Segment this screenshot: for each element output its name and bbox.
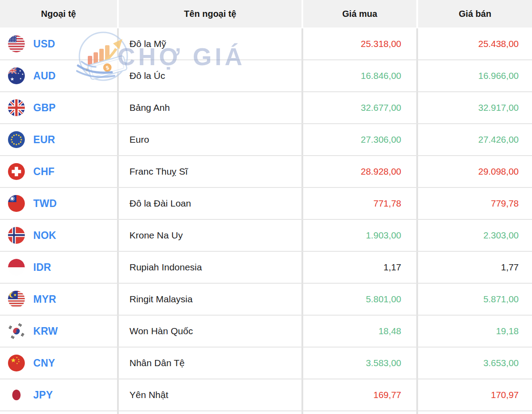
- sell-price: 25.438,00: [418, 28, 532, 59]
- buy-price: 16.846,00: [303, 60, 416, 91]
- currency-row-gbp[interactable]: GBPBảng Anh32.677,0032.917,00: [0, 92, 532, 124]
- currency-row-twd[interactable]: TWDĐô la Đài Loan771,78779,78: [0, 188, 532, 220]
- currency-name: Đô la Đài Loan: [119, 188, 301, 219]
- currency-code-link[interactable]: KRW: [33, 325, 58, 337]
- buy-price: 3.583,00: [303, 348, 416, 379]
- currency-code-link[interactable]: GBP: [33, 102, 56, 114]
- currency-name: Ringit Malaysia: [119, 284, 301, 315]
- sell-price: 779,78: [418, 188, 532, 219]
- currency-name: Bảng Anh: [119, 92, 301, 123]
- norway-flag-icon: [8, 227, 25, 244]
- currency-row-aud[interactable]: AUDĐô la Úc16.846,0016.966,00: [0, 60, 532, 92]
- south-korea-flag-icon: [8, 323, 25, 340]
- exchange-rate-table: $ CHỢ GIÁ USDĐô la Mỹ25.318,0025.438,00A…: [0, 28, 532, 414]
- currency-row-idr[interactable]: IDRRupiah Indonesia1,171,77: [0, 252, 532, 284]
- uk-flag-icon: [8, 99, 25, 116]
- buy-price: 18,48: [303, 316, 416, 347]
- table-header: Ngoại tệ Tên ngoại tệ Giá mua Giá bán: [0, 0, 532, 27]
- japan-flag-icon: [8, 387, 25, 403]
- currency-code-link[interactable]: AUD: [33, 70, 56, 82]
- currency-row-jpy[interactable]: JPYYên Nhật169,77170,97: [0, 379, 532, 411]
- buy-price: 771,78: [303, 188, 416, 219]
- currency-name: Đô la Mỹ: [119, 28, 301, 59]
- currency-row-nok[interactable]: NOKKrone Na Uy1.903,002.303,00: [0, 220, 532, 252]
- currency-code-link[interactable]: MYR: [33, 293, 56, 305]
- currency-code-link[interactable]: TWD: [33, 198, 57, 210]
- currency-name: Won Hàn Quốc: [119, 316, 301, 347]
- sell-price: 1,77: [418, 252, 532, 283]
- currency-code-link[interactable]: USD: [33, 38, 55, 50]
- sell-price: 2.303,00: [418, 220, 532, 251]
- buy-price: 5.801,00: [303, 284, 416, 315]
- switzerland-flag-icon: [8, 163, 25, 180]
- currency-name: Euro: [119, 124, 301, 155]
- sell-price: 32.917,00: [418, 92, 532, 123]
- malaysia-flag-icon: [8, 291, 25, 308]
- indonesia-flag-icon: [8, 259, 25, 276]
- sell-price: 3.653,00: [418, 348, 532, 379]
- sell-price: 19,18: [418, 316, 532, 347]
- header-currency: Ngoại tệ: [0, 0, 117, 27]
- sell-price: 170,97: [418, 379, 532, 410]
- header-currency-name: Tên ngoại tệ: [119, 0, 301, 27]
- sell-price: 27.426,00: [418, 124, 532, 155]
- eu-flag-icon: [8, 131, 25, 148]
- currency-code-link[interactable]: CNY: [33, 357, 55, 369]
- buy-price: 1,17: [303, 252, 416, 283]
- buy-price: 1.903,00: [303, 220, 416, 251]
- currency-rows: USDĐô la Mỹ25.318,0025.438,00AUDĐô la Úc…: [0, 28, 532, 411]
- currency-name: Yên Nhật: [119, 379, 301, 410]
- currency-name: Đô la Úc: [119, 60, 301, 91]
- australia-flag-icon: [8, 67, 25, 84]
- usa-flag-icon: [8, 35, 25, 52]
- currency-code-link[interactable]: IDR: [33, 262, 51, 273]
- currency-code-link[interactable]: JPY: [33, 389, 53, 401]
- currency-name: Franc Thuỵ Sĩ: [119, 156, 301, 187]
- sell-price: 29.098,00: [418, 156, 532, 187]
- currency-name: Krone Na Uy: [119, 220, 301, 251]
- buy-price: 32.677,00: [303, 92, 416, 123]
- china-flag-icon: [8, 355, 25, 371]
- buy-price: 28.928,00: [303, 156, 416, 187]
- sell-price: 5.871,00: [418, 284, 532, 315]
- taiwan-flag-icon: [8, 195, 25, 212]
- currency-name: Nhân Dân Tệ: [119, 348, 301, 379]
- currency-row-cny[interactable]: CNYNhân Dân Tệ3.583,003.653,00: [0, 348, 532, 379]
- header-buy-price: Giá mua: [303, 0, 416, 27]
- buy-price: 27.306,00: [303, 124, 416, 155]
- currency-row-chf[interactable]: CHFFranc Thuỵ Sĩ28.928,0029.098,00: [0, 156, 532, 188]
- currency-code-link[interactable]: EUR: [33, 134, 55, 146]
- currency-name: Rupiah Indonesia: [119, 252, 301, 283]
- buy-price: 25.318,00: [303, 28, 416, 59]
- currency-row-myr[interactable]: MYRRingit Malaysia5.801,005.871,00: [0, 284, 532, 316]
- header-sell-price: Giá bán: [418, 0, 532, 27]
- buy-price: 169,77: [303, 379, 416, 410]
- sell-price: 16.966,00: [418, 60, 532, 91]
- currency-row-eur[interactable]: EUREuro27.306,0027.426,00: [0, 124, 532, 156]
- currency-code-link[interactable]: NOK: [33, 230, 56, 242]
- currency-row-usd[interactable]: USDĐô la Mỹ25.318,0025.438,00: [0, 28, 532, 60]
- currency-row-krw[interactable]: KRWWon Hàn Quốc18,4819,18: [0, 316, 532, 348]
- currency-code-link[interactable]: CHF: [33, 166, 55, 178]
